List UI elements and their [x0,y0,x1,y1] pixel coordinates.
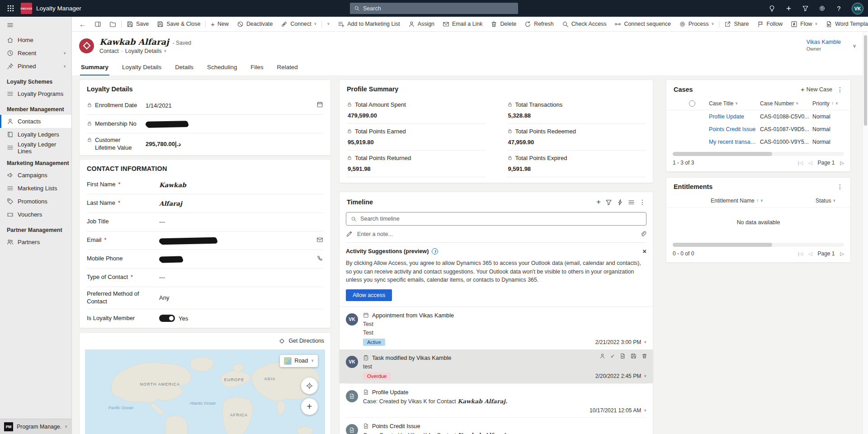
toggle-on[interactable] [159,315,175,322]
field-first-name[interactable]: First Name* Kawkab [87,176,323,194]
scrollbar-thumb[interactable] [673,243,772,247]
chevron-down-icon[interactable]: ∨ [644,374,646,378]
user-avatar[interactable]: VK [852,3,863,14]
delete-button[interactable]: Delete [486,17,520,31]
field-is-loyalty-member[interactable]: Is Loyalty Member Yes [87,309,323,328]
connect-sequence-button[interactable]: Connect sequence [610,17,675,31]
horizontal-scrollbar[interactable] [673,152,844,156]
field-total-amount-spent[interactable]: Total Amount Spent 479,599.00 [347,97,486,124]
chevron-down-icon[interactable]: ∨ [644,340,646,344]
filter-icon[interactable] [797,0,814,17]
word-templates-button[interactable]: Word Templates∨ [821,17,868,31]
owner-name[interactable]: Vikas Kamble [807,39,841,46]
first-page-icon[interactable]: |◁ [798,160,803,166]
refresh-button[interactable]: Refresh [520,17,557,31]
phone-icon[interactable] [316,255,323,262]
map[interactable]: NORTH AMERICA EUROPE ASIA AFRICA Pacific… [85,349,325,434]
connect-button[interactable]: Connect∨ [277,17,321,31]
timeline-item-case[interactable]: Points Credit Issue Case: Created by Vik… [346,417,646,434]
scrollbar-thumb[interactable] [864,35,867,126]
tab-summary[interactable]: Summary [80,64,109,75]
first-page-icon[interactable]: |◁ [798,251,803,257]
more-commands-icon[interactable]: ⋮ [837,183,843,190]
info-icon[interactable]: i [432,248,438,255]
column-case-number[interactable]: Case Number∨ [760,100,812,107]
case-title-link[interactable]: Profile Update [709,113,760,120]
hamburger-menu-icon[interactable] [0,17,71,33]
calendar-icon[interactable] [316,101,323,108]
sidebar-item-loyalty-programs[interactable]: Loyalty Programs [0,87,71,100]
settings-gear-icon[interactable] [814,0,830,17]
map-style-selector[interactable]: Road ∨ [280,355,318,367]
previous-page-icon[interactable]: ◁ [808,251,812,257]
open-record-icon[interactable] [620,353,626,359]
sidebar-item-marketing-lists[interactable]: Marketing Lists [0,182,71,195]
get-directions-link[interactable]: Get Directions [80,333,330,349]
tab-related[interactable]: Related [276,64,299,75]
assign-icon[interactable] [599,353,605,359]
sidebar-item-vouchers[interactable]: Vouchers [0,208,71,221]
lightbulb-icon[interactable] [764,0,780,17]
save-button[interactable]: Save [123,17,153,31]
tab-details[interactable]: Details [174,64,194,75]
select-all-radio[interactable] [689,100,695,107]
field-membership-no[interactable]: Membership No [87,115,323,133]
quick-create-icon[interactable]: + [780,0,797,17]
case-title-link[interactable]: Points Credit Issue [709,126,760,132]
waffle-icon[interactable] [0,0,21,17]
next-page-icon[interactable]: ▷ [840,160,844,166]
timeline-filter-icon[interactable] [605,199,612,206]
field-mobile-phone[interactable]: Mobile Phone [87,250,323,269]
close-icon[interactable]: × [642,247,646,255]
sidebar-item-loyalty-ledgers[interactable]: Loyalty Ledgers [0,128,71,141]
note-input[interactable] [357,231,635,237]
note-composer[interactable] [346,226,646,243]
field-total-points-redeemed[interactable]: Total Points Redeemed 47,959.90 [507,124,646,151]
horizontal-scrollbar[interactable] [673,243,844,247]
table-row[interactable]: Points Credit Issue CAS-01087-V9D5... No… [666,123,850,136]
allow-access-button[interactable]: Allow access [346,289,392,301]
area-switcher[interactable]: PM Program Manage... ∨ [0,419,71,434]
field-last-name[interactable]: Last Name* Alfaraj [87,194,323,213]
field-job-title[interactable]: Job Title --- [87,213,323,231]
sidebar-item-promotions[interactable]: Promotions [0,195,71,208]
field-total-points-returned[interactable]: Total Points Returned 9,591.98 [347,151,486,177]
save-and-close-button[interactable]: Save & Close [153,17,204,31]
new-case-button[interactable]: +New Case [801,85,832,93]
timeline-item-case[interactable]: Profile Update Case: Created by Vikas K … [346,383,646,417]
paperclip-icon[interactable] [640,231,646,237]
sidebar-item-campaigns[interactable]: Campaigns [0,169,71,182]
timeline-search-input[interactable] [360,216,642,222]
column-priority[interactable]: Priority↑∨ [812,100,844,107]
column-case-title[interactable]: Case Title∨ [709,100,760,107]
field-total-points-expired[interactable]: Total Points Expired 9,591.98 [507,151,646,177]
help-icon[interactable]: ? [830,0,847,17]
tab-loyalty-details[interactable]: Loyalty Details [121,64,162,75]
case-title-link[interactable]: My recent transact... [709,139,760,145]
field-type-of-contact[interactable]: Type of Contact* --- [87,269,323,287]
table-row[interactable]: Profile Update CAS-01088-C5V0... Normal [666,110,850,123]
sidebar-item-home[interactable]: Home [0,33,71,47]
field-total-transactions[interactable]: Total Transactions 5,328.88 [507,97,646,124]
app-logo[interactable]: ENGAGE [21,3,32,14]
sidebar-item-pinned[interactable]: Pinned∨ [0,60,71,73]
zoom-in-button[interactable]: + [301,398,318,415]
deactivate-button[interactable]: Deactivate [233,17,277,31]
process-button[interactable]: Process∨ [675,17,718,31]
table-row[interactable]: My recent transact... CAS-01000-V9Y5... … [666,136,850,148]
sidebar-item-contacts[interactable]: Contacts [0,115,71,128]
delete-icon[interactable] [642,353,647,359]
owner-field[interactable]: Vikas Kamble Owner [807,39,841,52]
sidebar-item-loyalty-ledger-lines[interactable]: Loyalty Ledger Lines [0,141,71,154]
scrollbar-thumb[interactable] [673,152,772,156]
email-a-link-button[interactable]: Email a Link [439,17,487,31]
recent-items-button[interactable] [105,17,120,31]
follow-button[interactable]: Follow [753,17,787,31]
global-search[interactable] [350,3,518,14]
timeline-item-task[interactable]: ✓ VK Task modified by Vikas Kamble test … [340,349,653,383]
sidebar-item-partners[interactable]: Partners [0,236,71,249]
sidebar-item-recent[interactable]: Recent∨ [0,47,71,60]
next-page-icon[interactable]: ▷ [840,251,844,257]
form-selector[interactable]: Loyalty Details [125,48,162,54]
field-preferred-method-of-contact[interactable]: Preferred Method of Contact Any [87,287,323,309]
